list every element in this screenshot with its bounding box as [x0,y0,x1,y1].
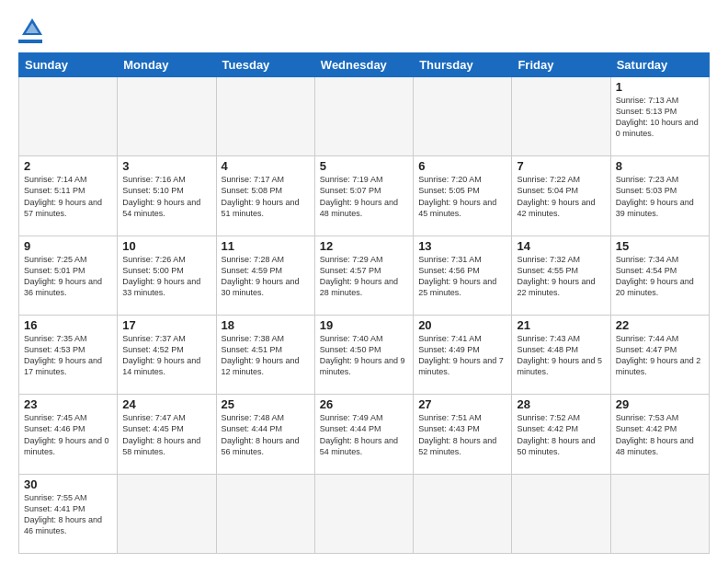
calendar-day-cell: 16Sunrise: 7:35 AM Sunset: 4:53 PM Dayli… [19,315,118,394]
day-number: 11 [222,239,310,253]
logo [18,17,42,43]
day-number: 23 [24,397,112,411]
calendar-day-cell: 19Sunrise: 7:40 AM Sunset: 4:50 PM Dayli… [314,315,413,394]
day-number: 8 [616,159,704,173]
day-info: Sunrise: 7:14 AM Sunset: 5:11 PM Dayligh… [24,174,112,219]
calendar-day-cell: 12Sunrise: 7:29 AM Sunset: 4:57 PM Dayli… [314,236,413,315]
day-info: Sunrise: 7:47 AM Sunset: 4:45 PM Dayligh… [122,412,210,457]
calendar-day-cell: 2Sunrise: 7:14 AM Sunset: 5:11 PM Daylig… [19,156,118,236]
calendar-day-cell [118,77,216,156]
calendar-day-header: Tuesday [216,53,314,77]
day-info: Sunrise: 7:23 AM Sunset: 5:03 PM Dayligh… [616,174,704,219]
day-info: Sunrise: 7:28 AM Sunset: 4:59 PM Dayligh… [222,254,310,299]
day-number: 15 [616,239,704,253]
calendar-week-row: 9Sunrise: 7:25 AM Sunset: 5:01 PM Daylig… [19,236,710,315]
calendar-day-cell: 13Sunrise: 7:31 AM Sunset: 4:56 PM Dayli… [414,236,512,315]
day-number: 13 [418,239,506,253]
calendar-day-cell: 24Sunrise: 7:47 AM Sunset: 4:45 PM Dayli… [118,395,216,474]
calendar-day-header: Thursday [414,53,512,77]
calendar-day-cell: 6Sunrise: 7:20 AM Sunset: 5:05 PM Daylig… [414,156,512,236]
day-info: Sunrise: 7:16 AM Sunset: 5:10 PM Dayligh… [122,174,210,219]
calendar-day-cell: 7Sunrise: 7:22 AM Sunset: 5:04 PM Daylig… [512,156,610,236]
day-number: 24 [122,397,210,411]
day-number: 4 [222,159,310,173]
calendar-week-row: 16Sunrise: 7:35 AM Sunset: 4:53 PM Dayli… [19,315,710,394]
day-info: Sunrise: 7:49 AM Sunset: 4:44 PM Dayligh… [320,412,408,457]
day-number: 7 [517,159,605,173]
day-info: Sunrise: 7:40 AM Sunset: 4:50 PM Dayligh… [320,333,408,378]
calendar-day-cell: 18Sunrise: 7:38 AM Sunset: 4:51 PM Dayli… [216,315,314,394]
day-number: 19 [320,318,408,332]
day-number: 26 [320,397,408,411]
calendar-day-cell: 17Sunrise: 7:37 AM Sunset: 4:52 PM Dayli… [118,315,216,394]
calendar-day-cell [314,77,413,156]
day-info: Sunrise: 7:34 AM Sunset: 4:54 PM Dayligh… [616,254,704,299]
calendar-day-cell: 22Sunrise: 7:44 AM Sunset: 4:47 PM Dayli… [610,315,709,394]
day-number: 30 [24,477,112,491]
day-info: Sunrise: 7:19 AM Sunset: 5:07 PM Dayligh… [320,174,408,219]
day-number: 6 [418,159,506,173]
calendar-day-header: Sunday [19,53,118,77]
calendar-week-row: 23Sunrise: 7:45 AM Sunset: 4:46 PM Dayli… [19,395,710,474]
day-info: Sunrise: 7:32 AM Sunset: 4:55 PM Dayligh… [517,254,605,299]
day-info: Sunrise: 7:44 AM Sunset: 4:47 PM Dayligh… [616,333,704,378]
day-info: Sunrise: 7:51 AM Sunset: 4:43 PM Dayligh… [418,412,506,457]
day-number: 27 [418,397,506,411]
day-info: Sunrise: 7:48 AM Sunset: 4:44 PM Dayligh… [222,412,310,457]
calendar-day-cell [610,474,709,553]
day-number: 22 [616,318,704,332]
day-info: Sunrise: 7:55 AM Sunset: 4:41 PM Dayligh… [24,492,112,537]
calendar-day-header: Wednesday [314,53,413,77]
day-number: 5 [320,159,408,173]
day-info: Sunrise: 7:37 AM Sunset: 4:52 PM Dayligh… [122,333,210,378]
day-number: 1 [616,80,704,94]
day-info: Sunrise: 7:22 AM Sunset: 5:04 PM Dayligh… [517,174,605,219]
day-number: 17 [122,318,210,332]
day-info: Sunrise: 7:53 AM Sunset: 4:42 PM Dayligh… [616,412,704,457]
day-info: Sunrise: 7:29 AM Sunset: 4:57 PM Dayligh… [320,254,408,299]
day-info: Sunrise: 7:25 AM Sunset: 5:01 PM Dayligh… [24,254,112,299]
calendar-day-cell [414,474,512,553]
day-info: Sunrise: 7:17 AM Sunset: 5:08 PM Dayligh… [222,174,310,219]
calendar-day-cell [314,474,413,553]
calendar-week-row: 30Sunrise: 7:55 AM Sunset: 4:41 PM Dayli… [19,474,710,553]
day-info: Sunrise: 7:31 AM Sunset: 4:56 PM Dayligh… [418,254,506,299]
day-info: Sunrise: 7:41 AM Sunset: 4:49 PM Dayligh… [418,333,506,378]
calendar-day-cell: 3Sunrise: 7:16 AM Sunset: 5:10 PM Daylig… [118,156,216,236]
calendar-day-cell: 10Sunrise: 7:26 AM Sunset: 5:00 PM Dayli… [118,236,216,315]
logo-icon [22,17,42,37]
day-number: 29 [616,397,704,411]
day-number: 10 [122,239,210,253]
calendar-header-row: SundayMondayTuesdayWednesdayThursdayFrid… [19,53,710,77]
day-number: 12 [320,239,408,253]
calendar-day-cell [512,77,610,156]
day-number: 14 [517,239,605,253]
logo-underline [18,40,42,43]
day-number: 2 [24,159,112,173]
calendar-week-row: 2Sunrise: 7:14 AM Sunset: 5:11 PM Daylig… [19,156,710,236]
calendar-day-cell: 25Sunrise: 7:48 AM Sunset: 4:44 PM Dayli… [216,395,314,474]
header [18,17,710,43]
calendar-table: SundayMondayTuesdayWednesdayThursdayFrid… [18,52,710,554]
day-info: Sunrise: 7:26 AM Sunset: 5:00 PM Dayligh… [122,254,210,299]
page: SundayMondayTuesdayWednesdayThursdayFrid… [0,0,728,563]
calendar-day-cell: 9Sunrise: 7:25 AM Sunset: 5:01 PM Daylig… [19,236,118,315]
calendar-day-cell: 4Sunrise: 7:17 AM Sunset: 5:08 PM Daylig… [216,156,314,236]
calendar-day-cell [216,77,314,156]
day-info: Sunrise: 7:13 AM Sunset: 5:13 PM Dayligh… [616,95,704,140]
calendar-day-cell: 27Sunrise: 7:51 AM Sunset: 4:43 PM Dayli… [414,395,512,474]
calendar-day-cell: 23Sunrise: 7:45 AM Sunset: 4:46 PM Dayli… [19,395,118,474]
day-info: Sunrise: 7:52 AM Sunset: 4:42 PM Dayligh… [517,412,605,457]
day-info: Sunrise: 7:20 AM Sunset: 5:05 PM Dayligh… [418,174,506,219]
calendar-day-cell: 21Sunrise: 7:43 AM Sunset: 4:48 PM Dayli… [512,315,610,394]
day-number: 18 [222,318,310,332]
calendar-day-cell: 8Sunrise: 7:23 AM Sunset: 5:03 PM Daylig… [610,156,709,236]
calendar-day-cell: 5Sunrise: 7:19 AM Sunset: 5:07 PM Daylig… [314,156,413,236]
calendar-day-header: Friday [512,53,610,77]
calendar-day-cell: 30Sunrise: 7:55 AM Sunset: 4:41 PM Dayli… [19,474,118,553]
calendar-day-cell [19,77,118,156]
day-number: 20 [418,318,506,332]
calendar-day-cell: 26Sunrise: 7:49 AM Sunset: 4:44 PM Dayli… [314,395,413,474]
calendar-day-cell: 1Sunrise: 7:13 AM Sunset: 5:13 PM Daylig… [610,77,709,156]
calendar-day-cell: 29Sunrise: 7:53 AM Sunset: 4:42 PM Dayli… [610,395,709,474]
